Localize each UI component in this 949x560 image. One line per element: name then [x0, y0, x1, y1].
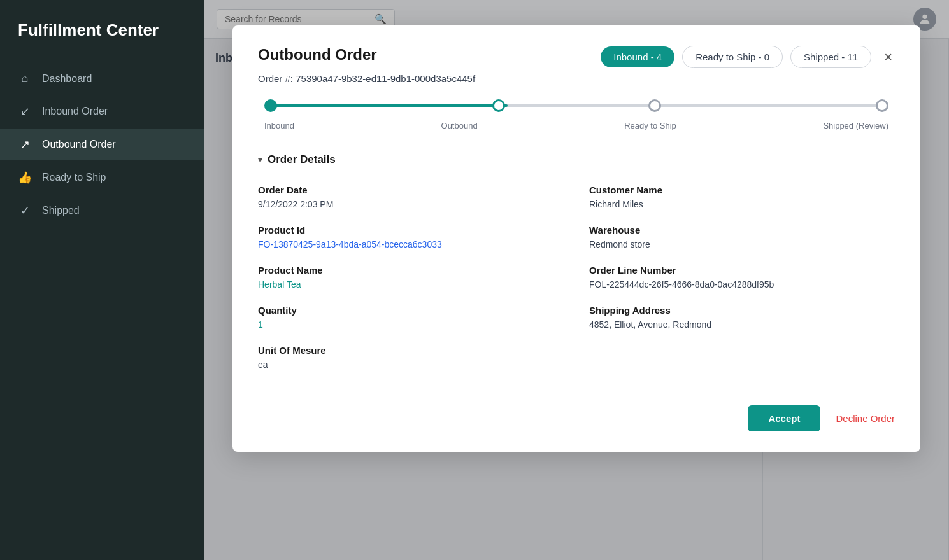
field-product-name: Product Name Herbal Tea: [258, 265, 564, 290]
sidebar-label-ready: Ready to Ship: [42, 172, 106, 183]
sidebar-item-inbound[interactable]: ↙ Inbound Order: [0, 95, 204, 127]
chevron-down-icon: ▾: [258, 155, 262, 165]
modal-footer: Accept Decline Order: [258, 395, 895, 431]
field-customer-name: Customer Name Richard Miles: [589, 185, 895, 209]
label-warehouse: Warehouse: [589, 225, 895, 235]
status-badges: Inbound - 4 Ready to Ship - 0 Shipped - …: [601, 46, 871, 68]
step-shipped: [732, 99, 888, 112]
badge-ready[interactable]: Ready to Ship - 0: [682, 46, 783, 68]
step-dot-ready: [648, 99, 661, 112]
label-order-date: Order Date: [258, 185, 564, 195]
check-icon: ✓: [18, 204, 32, 218]
close-button[interactable]: ×: [881, 49, 895, 66]
value-quantity: 1: [258, 319, 564, 330]
field-warehouse: Warehouse Redmond store: [589, 225, 895, 249]
step-dot-outbound: [492, 99, 505, 112]
label-product-id: Product Id: [258, 225, 564, 235]
accept-button[interactable]: Accept: [748, 405, 820, 431]
field-shipping-address: Shipping Address 4852, Elliot, Avenue, R…: [589, 305, 895, 330]
label-customer-name: Customer Name: [589, 185, 895, 195]
sidebar-nav: ⌂ Dashboard ↙ Inbound Order ↗ Outbound O…: [0, 58, 204, 232]
sidebar-label-dashboard: Dashboard: [42, 73, 92, 85]
sidebar-label-outbound: Outbound Order: [42, 139, 116, 150]
field-unit: Unit Of Mesure ea: [258, 345, 564, 370]
field-order-date: Order Date 9/12/2022 2:03 PM: [258, 185, 564, 209]
modal: Outbound Order Inbound - 4 Ready to Ship…: [232, 25, 920, 452]
value-warehouse: Redmond store: [589, 239, 895, 249]
thumbsup-icon: 👍: [18, 171, 32, 185]
badge-inbound[interactable]: Inbound - 4: [601, 46, 674, 67]
inbound-icon: ↙: [18, 104, 32, 118]
modal-overlay: Outbound Order Inbound - 4 Ready to Ship…: [204, 0, 949, 560]
sidebar-label-shipped: Shipped: [42, 205, 80, 216]
label-quantity: Quantity: [258, 305, 564, 316]
step-ready: [576, 99, 732, 112]
step-label-inbound: Inbound: [264, 121, 294, 130]
step-label-outbound: Outbound: [441, 121, 478, 130]
label-order-line: Order Line Number: [589, 265, 895, 276]
label-shipping-address: Shipping Address: [589, 305, 895, 316]
step-dot-inbound: [264, 99, 277, 112]
details-grid: Order Date 9/12/2022 2:03 PM Product Id …: [258, 185, 895, 385]
outbound-icon: ↗: [18, 137, 32, 151]
progress-bar: Inbound Outbound Ready to Ship Shipped (…: [258, 99, 895, 130]
step-label-shipped: Shipped (Review): [823, 121, 888, 130]
sidebar-label-inbound: Inbound Order: [42, 106, 108, 117]
sidebar-item-shipped[interactable]: ✓ Shipped: [0, 195, 204, 227]
step-label-ready: Ready to Ship: [624, 121, 676, 130]
modal-header: Outbound Order Inbound - 4 Ready to Ship…: [258, 46, 895, 68]
progress-track-row: [264, 99, 888, 112]
value-product-id[interactable]: FO-13870425-9a13-4bda-a054-bcecca6c3033: [258, 239, 564, 249]
order-number-value: 75390a47-9b32-ed11-9db1-000d3a5c445f: [296, 73, 475, 84]
progress-line-fill: [271, 104, 508, 107]
value-shipping-address: 4852, Elliot, Avenue, Redmond: [589, 319, 895, 330]
field-quantity: Quantity 1: [258, 305, 564, 330]
sidebar-item-ready-to-ship[interactable]: 👍 Ready to Ship: [0, 162, 204, 193]
label-product-name: Product Name: [258, 265, 564, 276]
badge-shipped[interactable]: Shipped - 11: [790, 46, 871, 68]
value-order-line: FOL-225444dc-26f5-4666-8da0-0ac4288df95b: [589, 279, 895, 290]
step-dot-shipped: [876, 99, 888, 112]
sidebar-item-outbound[interactable]: ↗ Outbound Order: [0, 129, 204, 160]
sidebar-item-dashboard[interactable]: ⌂ Dashboard: [0, 63, 204, 94]
value-order-date: 9/12/2022 2:03 PM: [258, 199, 564, 209]
value-customer-name: Richard Miles: [589, 199, 895, 209]
app-title: Fulfillment Center: [0, 0, 204, 58]
label-unit: Unit Of Mesure: [258, 345, 564, 356]
home-icon: ⌂: [18, 72, 32, 85]
main-content: 🔍 Inbound Ready to Ship Shipped Outbound…: [204, 0, 949, 560]
order-number-label: Order #:: [258, 73, 293, 84]
decline-button[interactable]: Decline Order: [836, 413, 895, 424]
details-left: Order Date 9/12/2022 2:03 PM Product Id …: [258, 185, 564, 385]
details-right: Customer Name Richard Miles Warehouse Re…: [589, 185, 895, 385]
modal-title: Outbound Order: [258, 46, 377, 64]
order-number: Order #: 75390a47-9b32-ed11-9db1-000d3a5…: [258, 73, 895, 84]
section-toggle[interactable]: ▾ Order Details: [258, 153, 895, 174]
value-product-name: Herbal Tea: [258, 279, 564, 290]
sidebar: Fulfillment Center ⌂ Dashboard ↙ Inbound…: [0, 0, 204, 560]
value-unit: ea: [258, 360, 564, 370]
field-product-id: Product Id FO-13870425-9a13-4bda-a054-bc…: [258, 225, 564, 249]
field-order-line: Order Line Number FOL-225444dc-26f5-4666…: [589, 265, 895, 290]
section-label: Order Details: [268, 153, 336, 166]
